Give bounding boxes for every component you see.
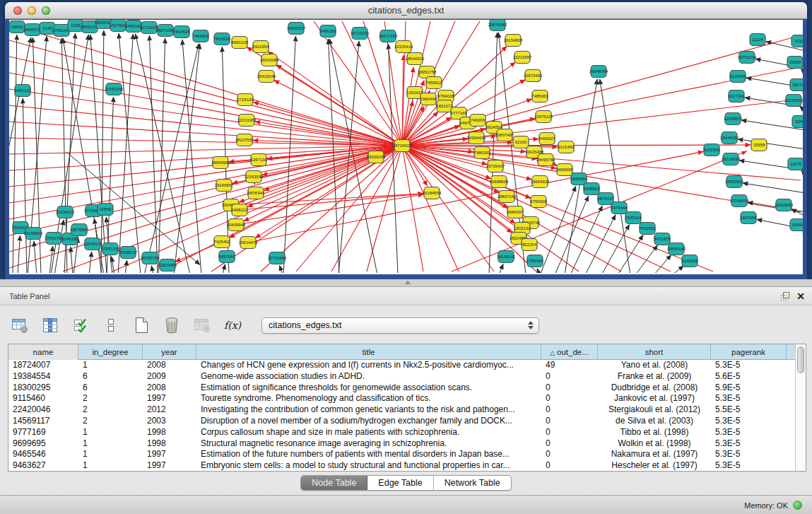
column-header-title[interactable]: title [196, 344, 541, 360]
vertical-scrollbar[interactable] [795, 344, 806, 471]
graph-node[interactable]: 16958107 [119, 247, 138, 259]
graph-node[interactable]: 9227341 [728, 90, 745, 103]
graph-node[interactable]: 23420046 [257, 71, 276, 83]
graph-node[interactable]: 10655327 [287, 23, 306, 35]
table-row[interactable]: 1830029562008Estimation of significance … [8, 382, 795, 394]
column-settings-button[interactable] [10, 315, 30, 335]
float-panel-icon[interactable] [780, 291, 790, 301]
graph-node[interactable]: 9245 [792, 116, 803, 128]
graph-node[interactable]: 28495764 [536, 154, 555, 166]
graph-node[interactable]: 7815526 [173, 26, 190, 38]
graph-node[interactable]: 7815526 [213, 33, 230, 45]
graph-node[interactable]: 18640910 [406, 53, 425, 65]
graph-node[interactable]: 26671355 [156, 25, 175, 37]
table-row[interactable]: 2242004622012Investigating the contribut… [8, 404, 795, 416]
graph-node[interactable]: 16154808 [504, 35, 523, 47]
table-row[interactable]: 946554611997Estimation of the future num… [8, 449, 795, 460]
graph-node[interactable]: 19166857 [215, 180, 234, 192]
graph-node[interactable]: 17942757 [45, 233, 64, 245]
table-row[interactable]: 911546021997Tourette syndrome. Phenomeno… [8, 393, 795, 404]
graph-node[interactable]: 16210693 [722, 153, 741, 165]
graph-node[interactable]: 15716485 [268, 252, 287, 264]
graph-node[interactable]: 8215956 [703, 144, 720, 156]
network-table-select[interactable]: citations_edges.txt [261, 317, 539, 334]
graph-node[interactable]: 15751034 [738, 52, 757, 64]
graph-node[interactable]: 92450 [790, 219, 803, 231]
graph-node[interactable]: 15720407 [486, 160, 505, 173]
graph-node[interactable]: 15592951 [725, 176, 744, 188]
graph-node[interactable]: 18107553 [235, 134, 254, 146]
table-row[interactable]: 1456911722003Disruption of a novel membe… [8, 416, 795, 427]
graph-node[interactable]: 852254 [522, 239, 537, 251]
graph-node[interactable]: 11124 [750, 34, 765, 46]
graph-node[interactable]: 12010653 [775, 199, 794, 211]
table-row[interactable]: 1872400712008Changes of HCN gene express… [8, 360, 795, 371]
graph-node[interactable]: 12213967 [513, 52, 532, 64]
graph-node[interactable]: 15184554 [423, 187, 442, 199]
graph-node[interactable]: 9463627 [539, 133, 555, 145]
graph-node[interactable]: 9684007 [507, 206, 524, 218]
graph-node[interactable]: 10807487 [495, 129, 514, 141]
graph-node[interactable]: 9129966 [729, 71, 746, 83]
graph-node[interactable]: 17016504 [730, 195, 749, 207]
divider-handle-icon[interactable] [405, 281, 411, 284]
select-attributes-button[interactable] [71, 315, 90, 335]
close-panel-icon[interactable]: ✕ [796, 291, 805, 302]
graph-node[interactable]: 21869 [98, 204, 113, 216]
graph-node[interactable]: 8471876 [654, 233, 671, 245]
graph-node[interactable]: 10688609 [490, 176, 509, 188]
new-table-button[interactable] [131, 315, 151, 335]
graph-node[interactable]: 2935114 [625, 212, 642, 224]
graph-node[interactable]: 5498222 [231, 204, 248, 216]
hub-node[interactable]: 18724007 [393, 140, 412, 152]
graph-node[interactable]: 11675 [788, 158, 803, 170]
graph-node[interactable]: 5912954 [252, 41, 269, 53]
graph-node[interactable]: 20876382 [488, 20, 507, 31]
graph-node[interactable]: 12156823 [24, 228, 43, 240]
graph-node[interactable]: 12444152 [720, 132, 739, 144]
graph-node[interactable]: 1527602 [110, 20, 126, 32]
graph-node[interactable]: 16543384 [260, 54, 279, 66]
graph-node[interactable]: 12923488 [158, 259, 177, 271]
graph-node[interactable]: 12505115 [83, 238, 102, 250]
tab-edge-table[interactable]: Edge Table [367, 476, 433, 490]
graph-node[interactable]: 17957255 [101, 243, 120, 255]
table-row[interactable]: 1938455462009Genome-wide association stu… [8, 371, 795, 382]
function-builder-button[interactable]: f(x) [223, 315, 242, 335]
graph-node[interactable]: 7485063 [531, 90, 548, 103]
graph-node[interactable]: 2653120 [14, 85, 31, 97]
graph-node[interactable]: 12353594 [245, 171, 264, 183]
graph-node[interactable]: 5857991 [218, 251, 235, 263]
graph-node[interactable]: 21053346 [105, 83, 124, 95]
graph-node[interactable]: 62160 [513, 136, 529, 148]
graph-node[interactable]: 9756928 [530, 196, 547, 208]
graph-node[interactable]: 12325419 [394, 41, 413, 53]
scrollbar-thumb[interactable] [797, 346, 804, 373]
graph-node[interactable]: 15958 [787, 57, 803, 69]
network-canvas[interactable]: 1869324055724214527691406109318951314106… [9, 20, 803, 274]
graph-node[interactable]: 8660128 [231, 37, 248, 49]
graph-node[interactable]: 7463822 [192, 30, 209, 42]
graph-node[interactable]: 19654923 [531, 176, 550, 188]
graph-node[interactable]: 10654182 [667, 243, 686, 255]
row-height-button[interactable] [101, 315, 121, 335]
graph-node[interactable]: 18277 [790, 79, 803, 91]
graph-node[interactable]: 12975115 [534, 111, 553, 123]
graph-node[interactable]: 26671355 [379, 30, 398, 42]
column-header-pagerank[interactable]: pagerank [711, 344, 787, 360]
window-titlebar[interactable]: citations_edges.txt [5, 2, 807, 19]
graph-node[interactable]: 10973493 [524, 70, 543, 82]
graph-node[interactable]: 18807243 [498, 191, 517, 203]
graph-node[interactable]: 9245652 [681, 255, 698, 267]
graph-node[interactable]: 9267130 [250, 154, 267, 166]
graph-node[interactable]: 16782759 [141, 252, 160, 264]
show-column-button[interactable] [40, 315, 60, 335]
graph-node[interactable]: 7955812 [425, 77, 442, 89]
graph-node[interactable]: 18654985 [211, 157, 230, 169]
graph-node[interactable]: 20206515 [56, 206, 75, 218]
graph-node[interactable]: 9110 [792, 35, 803, 47]
tab-network-table[interactable]: Network Table [434, 476, 511, 490]
graph-node[interactable]: 2718129 [237, 94, 254, 106]
graph-node[interactable]: 14136141 [497, 251, 516, 263]
graph-node[interactable]: 9699695 [556, 164, 573, 176]
